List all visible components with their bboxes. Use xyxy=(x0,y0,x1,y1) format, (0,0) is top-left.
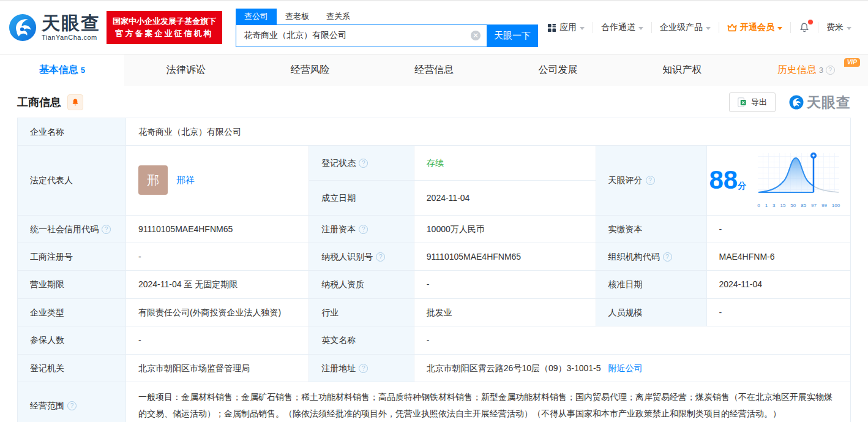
tab-basic-info[interactable]: 基本信息 5 xyxy=(0,55,124,86)
field-label-text: 注册资本 xyxy=(321,224,356,234)
tab-development[interactable]: 公司发展 xyxy=(496,55,620,86)
main-content: 工商信息 导出 天眼查 xyxy=(0,87,868,422)
certification-badge-line1: 国家中小企业发展子基金旗下 xyxy=(113,15,216,28)
field-label: 纳税人识别号? xyxy=(309,243,414,270)
logo-title: 天眼查 xyxy=(42,14,100,32)
field-label: 行业 xyxy=(309,298,414,326)
score-cell: 88分 xyxy=(706,146,851,215)
site-logo[interactable]: 天眼查 TianYanCha.com xyxy=(9,13,100,42)
business-term-value: 2024-11-04 至 无固定期限 xyxy=(125,271,309,298)
field-label-text: 登记状态 xyxy=(321,158,356,168)
search-tabs: 查公司 查老板 查关系 xyxy=(236,9,538,24)
field-label-text: 天眼评分 xyxy=(608,175,643,185)
field-label: 统一社会信用代码? xyxy=(18,215,126,243)
nav-apps[interactable]: 应用 xyxy=(539,22,593,33)
certification-badge: 国家中小企业发展子基金旗下 官方备案企业征信机构 xyxy=(107,11,222,44)
crown-icon xyxy=(727,23,737,32)
chevron-down-icon xyxy=(777,27,782,30)
tab-legal[interactable]: 法律诉讼 xyxy=(124,55,249,86)
field-label: 注册资本? xyxy=(309,215,414,243)
status-badge: 存续 xyxy=(427,158,444,168)
clear-search-icon[interactable]: ✕ xyxy=(471,31,481,40)
nav-partner-label: 合作通道 xyxy=(601,22,635,33)
field-label: 注册地址? xyxy=(309,354,414,382)
help-icon[interactable]: ? xyxy=(359,159,368,168)
reg-capital-value: 10000万人民币 xyxy=(414,215,596,243)
nav-open-vip[interactable]: 开通会员 xyxy=(719,22,790,33)
nav-open-vip-label: 开通会员 xyxy=(740,22,774,33)
taxpayer-quality-value: - xyxy=(414,271,596,298)
nearby-companies-link[interactable]: 附近公司 xyxy=(608,363,642,373)
help-icon[interactable]: ? xyxy=(826,66,835,75)
export-button[interactable]: 导出 xyxy=(729,92,776,112)
nav-enterprise[interactable]: 企业级产品 xyxy=(651,22,719,33)
legal-rep-link[interactable]: 邢祥 xyxy=(176,173,195,187)
chevron-down-icon xyxy=(706,27,711,30)
field-label: 营业期限 xyxy=(18,271,126,298)
business-scope-value: 一般项目：金属材料销售；金属矿石销售；稀土功能材料销售；高品质特种钢铁材料销售；… xyxy=(125,382,850,422)
subscribe-bell-button[interactable] xyxy=(67,94,83,110)
top-nav: 应用 合作通道 企业级产品 开通会员 费米 xyxy=(539,22,859,33)
field-label-text: 统一社会信用代码 xyxy=(30,224,99,234)
chevron-down-icon xyxy=(638,27,643,30)
tab-risk[interactable]: 经营风险 xyxy=(248,55,372,86)
tab-history-label: 历史信息 xyxy=(777,64,817,77)
search-input[interactable] xyxy=(236,24,487,47)
tab-history-count: 3 xyxy=(819,66,823,75)
table-row: 经营范围? 一般项目：金属材料销售；金属矿石销售；稀土功能材料销售；高品质特种钢… xyxy=(18,382,851,422)
tab-ip-label: 知识产权 xyxy=(662,64,702,77)
field-label: 企业类型 xyxy=(18,298,126,326)
field-label: 法定代表人 xyxy=(18,146,126,215)
help-icon[interactable]: ? xyxy=(376,252,385,262)
chevron-down-icon xyxy=(847,27,851,30)
field-label: 组织机构代码? xyxy=(596,243,706,270)
company-type-value: 有限责任公司(外商投资企业法人独资) xyxy=(125,298,309,326)
nav-partner[interactable]: 合作通道 xyxy=(593,22,651,33)
table-row: 营业期限 2024-11-04 至 无固定期限 纳税人资质 - 核准日期 202… xyxy=(18,271,851,298)
field-label: 纳税人资质 xyxy=(309,271,414,298)
tab-ip[interactable]: 知识产权 xyxy=(620,55,744,86)
score-unit: 分 xyxy=(738,181,746,190)
tab-history[interactable]: VIP 历史信息 3 ? xyxy=(744,55,868,86)
notifications-bell[interactable] xyxy=(790,22,818,33)
paid-capital-value: - xyxy=(706,215,851,243)
score-value: 88分 xyxy=(709,167,747,193)
nav-enterprise-label: 企业级产品 xyxy=(660,22,703,33)
nav-user[interactable]: 费米 xyxy=(818,22,859,33)
tab-operation[interactable]: 经营信息 xyxy=(372,55,496,86)
tab-operation-label: 经营信息 xyxy=(414,64,454,77)
insured-count-value: - xyxy=(125,326,309,354)
industry-value: 批发业 xyxy=(414,298,596,326)
field-label-text: 组织机构代码 xyxy=(608,252,660,262)
nav-user-label: 费米 xyxy=(826,22,844,33)
help-icon[interactable]: ? xyxy=(102,225,111,234)
field-label: 参保人数 xyxy=(18,326,126,354)
table-row: 统一社会信用代码? 91110105MAE4HFNM65 注册资本? 10000… xyxy=(18,215,851,243)
search-block: 查公司 查老板 查关系 ✕ 天眼一下 xyxy=(236,9,538,47)
search-tab-company[interactable]: 查公司 xyxy=(236,9,277,24)
help-icon[interactable]: ? xyxy=(67,401,77,410)
help-icon[interactable]: ? xyxy=(663,252,672,262)
tianyancha-swirl-icon xyxy=(789,95,804,110)
field-label-text: 纳税人识别号 xyxy=(321,252,373,262)
section-title: 工商信息 xyxy=(17,95,61,110)
reg-authority-value: 北京市朝阳区市场监督管理局 xyxy=(125,354,309,382)
help-icon[interactable]: ? xyxy=(359,364,368,373)
field-label: 登记机关 xyxy=(18,354,126,382)
search-button[interactable]: 天眼一下 xyxy=(487,24,538,47)
help-icon[interactable]: ? xyxy=(646,176,655,185)
legal-rep-avatar[interactable]: 邢 xyxy=(138,165,168,195)
table-row: 法定代表人 邢 邢祥 登记状态? 存续 天眼评分? 88分 xyxy=(18,146,851,181)
est-date-value: 2024-11-04 xyxy=(414,180,596,215)
chevron-down-icon xyxy=(580,27,585,30)
field-label: 企业名称 xyxy=(18,118,126,146)
search-tab-relation[interactable]: 查关系 xyxy=(318,9,359,24)
help-icon[interactable]: ? xyxy=(359,225,368,234)
org-code-value: MAE4HFNM-6 xyxy=(706,243,851,270)
logo-subtitle: TianYanCha.com xyxy=(42,34,100,41)
field-label-text: 注册地址 xyxy=(321,363,356,373)
taxpayer-id-value: 91110105MAE4HFNM65 xyxy=(414,243,596,270)
score-curve-chart: 0131550859799100 xyxy=(757,151,842,209)
search-tab-boss[interactable]: 查老板 xyxy=(277,9,318,24)
certification-badge-line2: 官方备案企业征信机构 xyxy=(113,28,216,40)
